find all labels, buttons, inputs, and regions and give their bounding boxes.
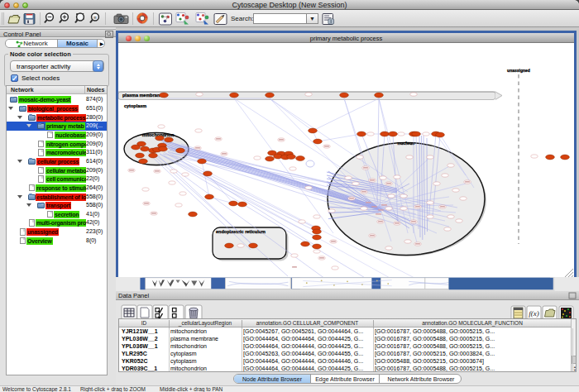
svg-text:cytoplasm: cytoplasm bbox=[124, 103, 146, 108]
svg-text:unassigned: unassigned bbox=[507, 68, 530, 73]
svg-text:nucleus: nucleus bbox=[398, 141, 415, 146]
svg-text:f(x): f(x) bbox=[529, 309, 539, 318]
svg-text:plasma membrane: plasma membrane bbox=[122, 93, 162, 98]
svg-text:⊞: ⊞ bbox=[93, 16, 97, 20]
